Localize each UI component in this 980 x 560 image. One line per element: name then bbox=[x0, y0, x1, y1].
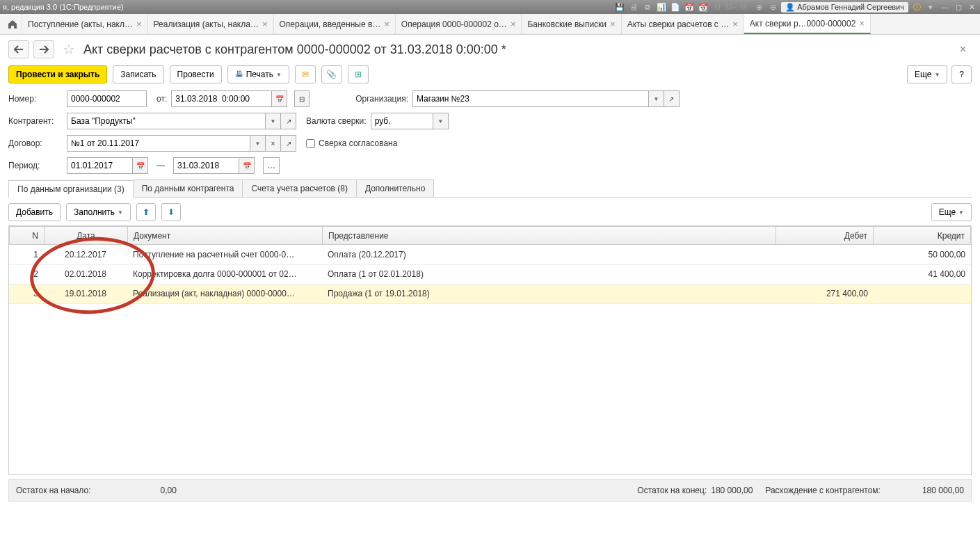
favorite-icon[interactable]: ☆ bbox=[63, 41, 75, 58]
back-button[interactable] bbox=[8, 40, 29, 58]
print-button[interactable]: 🖶 Печать ▼ bbox=[227, 65, 289, 83]
lock-icon: ⊟ bbox=[299, 95, 305, 103]
tab-close-icon[interactable]: × bbox=[136, 19, 142, 29]
org-select-button[interactable]: ▼ bbox=[649, 90, 664, 107]
post-and-close-button[interactable]: Провести и закрыть bbox=[8, 65, 107, 83]
more-button[interactable]: Еще ▼ bbox=[907, 65, 947, 83]
clear-icon: × bbox=[271, 140, 275, 147]
tab-close-icon[interactable]: × bbox=[610, 19, 616, 29]
attach-button[interactable]: 📎 bbox=[321, 65, 342, 83]
zoom-in-icon[interactable]: ⊕ bbox=[753, 1, 764, 13]
zoom-out-icon[interactable]: ⊖ bbox=[767, 1, 778, 13]
period-from-field[interactable] bbox=[67, 157, 133, 174]
cell-date: 19.01.2018 bbox=[44, 284, 127, 303]
organization-field[interactable] bbox=[412, 90, 649, 107]
post-button[interactable]: Провести bbox=[170, 65, 222, 83]
user-badge[interactable]: 👤 Абрамов Геннадий Сергеевич bbox=[781, 2, 908, 13]
structure-button[interactable]: ⊞ bbox=[348, 65, 369, 83]
dropdown-icon[interactable]: ▾ bbox=[925, 1, 936, 13]
contragent-field[interactable] bbox=[67, 113, 266, 129]
save-icon[interactable]: 💾 bbox=[614, 1, 625, 13]
document-tab[interactable]: Поступление (акты, накл…× bbox=[22, 14, 148, 34]
col-credit[interactable]: Кредит bbox=[874, 227, 971, 245]
date-icon[interactable]: 📆 bbox=[698, 1, 709, 13]
contragent-select-button[interactable]: ▼ bbox=[266, 113, 281, 129]
start-balance-label: Остаток на начало: bbox=[16, 486, 90, 495]
table-row[interactable]: 202.01.2018Корректировка долга 0000-0000… bbox=[9, 264, 971, 284]
period-to-field[interactable] bbox=[173, 157, 239, 174]
page-close-button[interactable]: × bbox=[954, 43, 972, 56]
add-button[interactable]: Добавить bbox=[8, 203, 61, 221]
period-select-button[interactable]: … bbox=[263, 157, 280, 174]
col-repr[interactable]: Представление bbox=[323, 227, 776, 245]
doc-icon[interactable]: 📄 bbox=[670, 1, 681, 13]
agreed-checkbox[interactable] bbox=[306, 139, 315, 148]
help-button[interactable]: ? bbox=[951, 65, 972, 83]
table-row[interactable]: 120.12.2017Поступление на расчетный счет… bbox=[9, 245, 971, 264]
m-minus-button[interactable]: M- bbox=[739, 1, 750, 13]
print-icon[interactable]: 🖨 bbox=[628, 1, 639, 13]
tab-close-icon[interactable]: × bbox=[511, 19, 516, 29]
table-row[interactable]: 319.01.2018Реализация (акт, накладная) 0… bbox=[9, 284, 971, 303]
org-open-button[interactable]: ↗ bbox=[664, 90, 680, 107]
calendar-icon[interactable]: 📅 bbox=[684, 1, 695, 13]
cell-doc: Реализация (акт, накладная) 0000-0000… bbox=[127, 284, 322, 303]
move-up-button[interactable]: ⬆ bbox=[136, 203, 156, 221]
contract-select-button[interactable]: ▼ bbox=[250, 135, 266, 152]
minimize-button[interactable]: — bbox=[939, 3, 951, 11]
col-debit[interactable]: Дебет bbox=[776, 227, 874, 245]
section-tab[interactable]: По данным организации (3) bbox=[8, 180, 134, 198]
m-button[interactable]: M bbox=[712, 1, 723, 13]
m-plus-button[interactable]: M+ bbox=[725, 1, 737, 13]
document-tab[interactable]: Акты сверки расчетов с …× bbox=[622, 14, 744, 34]
contract-clear-button[interactable]: × bbox=[266, 135, 281, 152]
currency-select-button[interactable]: ▼ bbox=[433, 113, 449, 129]
section-tab[interactable]: Дополнительно bbox=[356, 179, 434, 197]
cell-credit: 50 000,00 bbox=[874, 245, 971, 264]
cell-doc: Поступление на расчетный счет 0000-0… bbox=[127, 245, 322, 264]
compare-icon[interactable]: ⧉ bbox=[642, 1, 653, 13]
section-tab[interactable]: Счета учета расчетов (8) bbox=[242, 179, 356, 197]
document-tab[interactable]: Операция 0000-000002 о…× bbox=[396, 14, 522, 34]
date-field[interactable] bbox=[171, 90, 272, 107]
calendar-button[interactable]: 📅 bbox=[272, 90, 287, 107]
document-form: Номер: от: 📅 ⊟ Организация: ▼ ↗ Контраге… bbox=[0, 90, 980, 174]
period-to-cal-button[interactable]: 📅 bbox=[239, 157, 255, 174]
record-button[interactable]: Записать bbox=[113, 65, 163, 83]
col-doc[interactable]: Документ bbox=[128, 227, 323, 245]
close-button[interactable]: ✕ bbox=[967, 3, 977, 12]
tab-close-icon[interactable]: × bbox=[262, 19, 268, 29]
locked-button[interactable]: ⊟ bbox=[294, 90, 310, 107]
contract-open-button[interactable]: ↗ bbox=[281, 135, 296, 152]
currency-field[interactable] bbox=[371, 113, 433, 129]
forward-button[interactable] bbox=[33, 40, 54, 58]
calc-icon[interactable]: 📊 bbox=[656, 1, 667, 13]
table-more-button[interactable]: Еще ▼ bbox=[931, 203, 972, 221]
tab-close-icon[interactable]: × bbox=[859, 18, 865, 29]
document-tab[interactable]: Акт сверки р…0000-000002× bbox=[744, 14, 871, 34]
cell-credit: 41 400,00 bbox=[874, 264, 971, 284]
tab-close-icon[interactable]: × bbox=[384, 19, 389, 29]
number-field[interactable] bbox=[67, 90, 147, 107]
diff-label: Расхождение с контрагентом: bbox=[765, 486, 881, 495]
email-button[interactable]: ✉ bbox=[295, 65, 316, 83]
document-tab[interactable]: Операции, введенные в…× bbox=[274, 14, 396, 34]
home-tab[interactable] bbox=[3, 14, 22, 34]
tab-close-icon[interactable]: × bbox=[732, 19, 738, 29]
col-date[interactable]: Дата bbox=[45, 227, 128, 245]
contragent-open-button[interactable]: ↗ bbox=[281, 113, 296, 129]
data-table-container: N Дата Документ Представление Дебет Кред… bbox=[8, 225, 972, 475]
move-down-button[interactable]: ⬇ bbox=[161, 203, 181, 221]
info-icon[interactable]: ⓘ bbox=[911, 1, 922, 13]
maximize-button[interactable]: ◻ bbox=[954, 3, 964, 12]
period-from-cal-button[interactable]: 📅 bbox=[133, 157, 148, 174]
contract-field[interactable] bbox=[67, 135, 250, 152]
end-balance-label: Остаток на конец: bbox=[637, 486, 707, 495]
document-tab[interactable]: Банковские выписки× bbox=[522, 14, 621, 34]
document-tab[interactable]: Реализация (акты, накла…× bbox=[148, 14, 274, 34]
section-tab[interactable]: По данным контрагента bbox=[133, 179, 243, 197]
cell-n: 2 bbox=[9, 264, 44, 284]
fill-button[interactable]: Заполнить ▼ bbox=[66, 203, 131, 221]
table-toolbar: Добавить Заполнить ▼ ⬆ ⬇ Еще ▼ bbox=[0, 198, 980, 225]
col-n[interactable]: N bbox=[10, 227, 45, 245]
